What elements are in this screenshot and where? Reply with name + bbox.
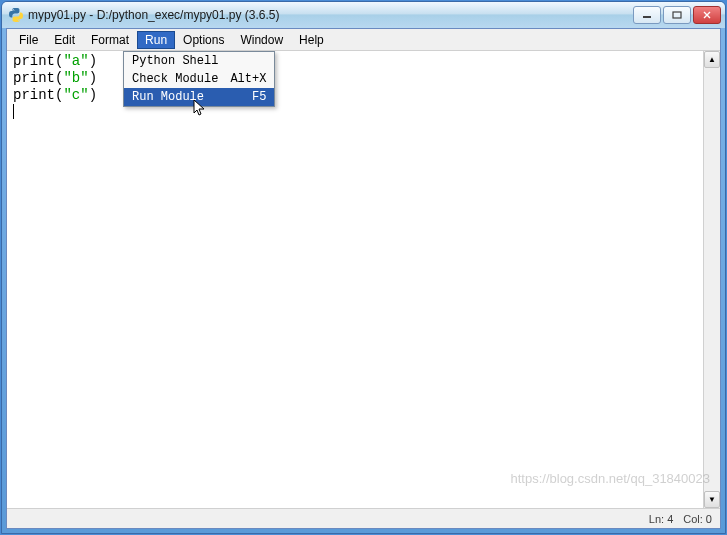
svg-rect-1 [673, 12, 681, 18]
python-icon [8, 7, 24, 23]
app-window: mypy01.py - D:/python_exec/mypy01.py (3.… [1, 1, 726, 534]
menu-item-run-module[interactable]: Run Module F5 [124, 88, 274, 106]
svg-rect-0 [643, 16, 651, 18]
statusbar: Ln: 4 Col: 0 [7, 508, 720, 528]
run-menu-dropdown: Python Shell Check Module Alt+X Run Modu… [123, 51, 275, 107]
code-token: "b" [63, 70, 88, 86]
menu-file[interactable]: File [11, 31, 46, 49]
scroll-down-button[interactable]: ▼ [704, 491, 720, 508]
scroll-up-button[interactable]: ▲ [704, 51, 720, 68]
code-token: "a" [63, 53, 88, 69]
code-token: ) [89, 87, 97, 103]
titlebar[interactable]: mypy01.py - D:/python_exec/mypy01.py (3.… [2, 2, 725, 28]
status-line: Ln: 4 [649, 513, 673, 525]
maximize-button[interactable] [663, 6, 691, 24]
code-token: print [13, 87, 55, 103]
window-title: mypy01.py - D:/python_exec/mypy01.py (3.… [28, 8, 633, 22]
menubar: File Edit Format Run Options Window Help [7, 29, 720, 51]
menu-item-label: Check Module [132, 72, 218, 86]
code-token: print [13, 53, 55, 69]
menu-window[interactable]: Window [232, 31, 291, 49]
menu-item-label: Python Shell [132, 54, 254, 68]
menu-run[interactable]: Run [137, 31, 175, 49]
vertical-scrollbar[interactable]: ▲ ▼ [703, 51, 720, 508]
code-token: ) [89, 70, 97, 86]
content-frame: File Edit Format Run Options Window Help… [6, 28, 721, 529]
text-caret [13, 104, 14, 119]
code-editor[interactable]: print("a") print("b") print("c") [7, 51, 703, 508]
menu-item-label: Run Module [132, 90, 240, 104]
minimize-button[interactable] [633, 6, 661, 24]
menu-help[interactable]: Help [291, 31, 332, 49]
status-col: Col: 0 [683, 513, 712, 525]
code-token: ) [89, 53, 97, 69]
menu-edit[interactable]: Edit [46, 31, 83, 49]
close-button[interactable] [693, 6, 721, 24]
editor-area: print("a") print("b") print("c") Python … [7, 51, 720, 508]
menu-item-shortcut: F5 [252, 90, 266, 104]
code-token: print [13, 70, 55, 86]
watermark-text: https://blog.csdn.net/qq_31840023 [511, 471, 711, 486]
menu-format[interactable]: Format [83, 31, 137, 49]
code-token: "c" [63, 87, 88, 103]
window-controls [633, 6, 721, 24]
menu-item-shortcut: Alt+X [230, 72, 266, 86]
menu-item-check-module[interactable]: Check Module Alt+X [124, 70, 274, 88]
menu-options[interactable]: Options [175, 31, 232, 49]
menu-item-python-shell[interactable]: Python Shell [124, 52, 274, 70]
